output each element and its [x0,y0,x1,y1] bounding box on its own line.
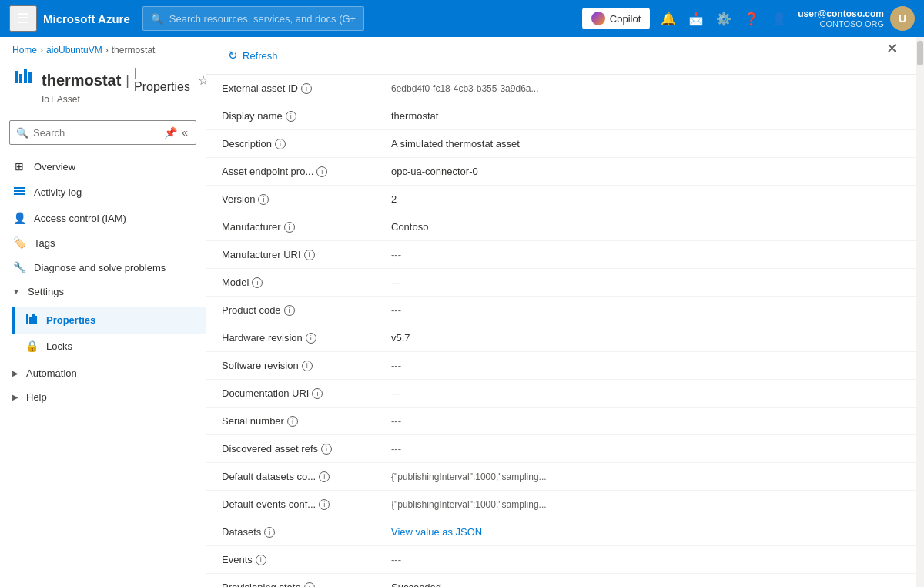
sidebar-item-access-control[interactable]: 👤 Access control (IAM) [0,206,206,230]
info-icon[interactable]: i [316,166,327,177]
info-icon[interactable]: i [252,277,263,288]
table-row: Versioni2 [206,186,916,213]
info-icon[interactable]: i [306,333,316,344]
info-icon[interactable]: i [319,471,330,482]
prop-value: {"publishingInterval":1000,"sampling... [391,499,901,510]
table-row: Documentation URIi--- [206,380,916,408]
sidebar-item-locks[interactable]: 🔒 Locks [12,334,206,358]
feedback-icon[interactable]: 📩 [684,6,708,31]
prop-row-truncated: External asset ID i 6edbd4f0-fc18-4cb3-b… [206,75,916,102]
table-row: Default datasets co...i{"publishingInter… [206,463,916,491]
sidebar-search-box[interactable]: 🔍 📌 « [9,120,196,145]
info-icon[interactable]: i [304,250,315,260]
table-row: DescriptioniA simulated thermostat asset [206,130,916,158]
sidebar-item-diagnose[interactable]: 🔧 Diagnose and solve problems [0,255,206,280]
automation-section-header[interactable]: ▶ Automation [0,361,206,385]
table-row: ManufactureriContoso [206,213,916,241]
sidebar-item-label: Tags [34,237,193,249]
close-button[interactable]: ✕ [880,37,904,60]
svg-rect-5 [14,190,25,192]
info-icon[interactable]: i [284,305,295,316]
info-icon[interactable]: i [284,222,295,233]
sidebar-item-label: Activity log [34,186,193,198]
svg-rect-8 [29,317,32,324]
user-profile[interactable]: user@contoso.com CONTOSO ORG U [798,6,915,31]
info-icon[interactable]: i [304,582,315,588]
prop-value: v5.7 [391,332,901,344]
azure-logo: Microsoft Azure [43,12,130,25]
copilot-label: Copilot [610,13,641,25]
info-icon[interactable]: i [258,194,269,205]
global-search-box[interactable]: 🔍 [142,6,365,31]
prop-value: --- [391,443,901,455]
info-icon[interactable]: i [287,416,298,427]
prop-value: Succeeded [391,582,901,587]
table-row: Provisioning stateiSucceeded [206,574,916,587]
sidebar-item-activity-log[interactable]: Activity log [0,179,206,206]
settings-icon[interactable]: ⚙️ [711,6,736,31]
prop-value: A simulated thermostat asset [391,138,901,149]
info-icon[interactable]: i [256,555,266,565]
sidebar-search-icon: 🔍 [16,127,28,139]
info-icon[interactable]: i [321,444,332,455]
info-icon[interactable]: i [319,499,330,510]
breadcrumb-vm[interactable]: aioUbuntuVM [46,45,102,55]
user-name: user@contoso.com [798,8,884,19]
prop-value: --- [391,249,901,260]
breadcrumb: Home › aioUbuntuVM › thermostat [0,37,206,60]
table-row: Product codei--- [206,297,916,324]
prop-value[interactable]: View value as JSON [391,526,901,538]
info-icon[interactable]: i [301,83,312,94]
help-icon[interactable]: ❓ [739,6,764,31]
svg-rect-0 [15,71,18,83]
avatar[interactable]: U [890,6,915,31]
diagnose-icon: 🔧 [12,261,26,273]
info-icon[interactable]: i [286,111,296,122]
sidebar: Home › aioUbuntuVM › thermostat thermost… [0,37,206,587]
info-icon[interactable]: i [264,527,275,538]
help-section-header[interactable]: ▶ Help [0,385,206,409]
properties-icon [25,313,38,327]
svg-rect-6 [14,193,25,195]
scrollbar-track[interactable] [916,37,924,587]
prop-value: --- [391,415,901,427]
main-layout: Home › aioUbuntuVM › thermostat thermost… [0,37,924,587]
prop-value: --- [391,360,901,371]
table-row: Eventsi--- [206,546,916,574]
sidebar-item-properties[interactable]: Properties [12,307,206,334]
automation-label: Automation [26,367,77,379]
toolbar: ↻ Refresh ✕ [206,37,916,75]
info-icon[interactable]: i [312,388,323,399]
info-icon[interactable]: i [302,361,313,371]
hamburger-menu[interactable]: ☰ [9,5,37,32]
copilot-button[interactable]: Copilot [582,8,650,29]
breadcrumb-home[interactable]: Home [12,45,37,55]
settings-section-header[interactable]: ▼ Settings [0,280,206,304]
sidebar-item-label: Diagnose and solve problems [34,262,193,273]
svg-rect-3 [28,72,32,83]
settings-subnav: Properties 🔒 Locks [0,304,206,361]
favorite-button[interactable]: ☆ [195,72,206,89]
search-icon: 🔍 [151,13,163,25]
global-search-input[interactable] [169,13,357,25]
user-org: CONTOSO ORG [798,19,884,29]
table-row: Asset endpoint pro...iopc-ua-connector-0 [206,158,916,186]
preview-icon[interactable]: 👤 [767,6,792,31]
svg-rect-10 [35,316,37,324]
refresh-button[interactable]: ↻ Refresh [222,45,284,66]
sidebar-item-label: Access control (IAM) [34,213,193,224]
help-label: Help [26,391,47,403]
collapse-button[interactable]: « [180,125,189,140]
resource-section: | Properties [134,66,190,94]
scrollbar-thumb[interactable] [917,41,923,65]
info-icon[interactable]: i [275,139,286,149]
main-wrapper: ↻ Refresh ✕ External asset ID i 6edbd4f0… [206,37,924,587]
sidebar-item-overview[interactable]: ⊞ Overview [0,154,206,179]
settings-chevron: ▼ [12,287,20,296]
sidebar-search-input[interactable] [33,127,162,139]
sidebar-item-label: Locks [46,340,193,352]
sidebar-item-label: Overview [34,161,193,173]
notifications-icon[interactable]: 🔔 [656,6,681,31]
pin-button[interactable]: 📌 [162,125,179,140]
sidebar-item-tags[interactable]: 🏷️ Tags [0,230,206,255]
